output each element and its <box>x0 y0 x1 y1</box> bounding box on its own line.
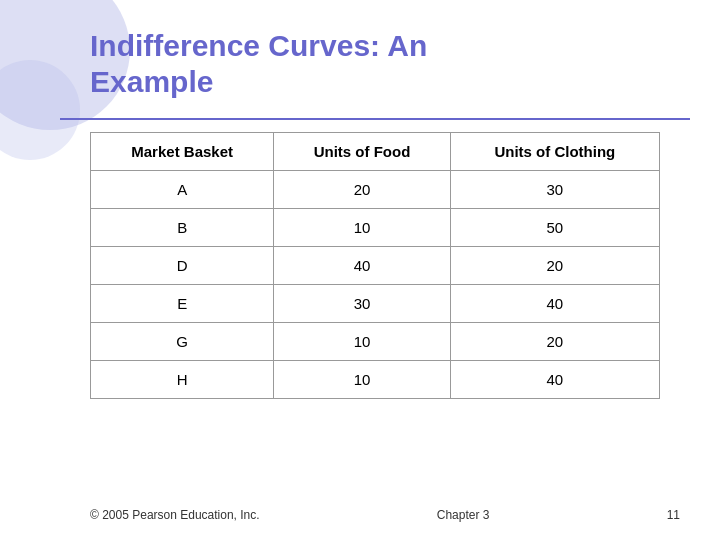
table-cell-r4-c1: 10 <box>274 323 450 361</box>
page-title: Indifference Curves: An Example <box>90 28 680 100</box>
table-cell-r5-c0: H <box>91 361 274 399</box>
table-row: E3040 <box>91 285 660 323</box>
table-row: H1040 <box>91 361 660 399</box>
table-row: B1050 <box>91 209 660 247</box>
table-cell-r5-c2: 40 <box>450 361 659 399</box>
table-cell-r0-c1: 20 <box>274 171 450 209</box>
table-cell-r1-c2: 50 <box>450 209 659 247</box>
slide: Indifference Curves: An Example Market B… <box>0 0 720 540</box>
table-row: A2030 <box>91 171 660 209</box>
footer: © 2005 Pearson Education, Inc. Chapter 3… <box>90 508 680 522</box>
table-row: G1020 <box>91 323 660 361</box>
table-cell-r2-c1: 40 <box>274 247 450 285</box>
table-cell-r4-c0: G <box>91 323 274 361</box>
col-header-market-basket: Market Basket <box>91 133 274 171</box>
table-area: Market Basket Units of Food Units of Clo… <box>90 132 660 399</box>
table-cell-r0-c0: A <box>91 171 274 209</box>
table-cell-r3-c1: 30 <box>274 285 450 323</box>
table-cell-r5-c1: 10 <box>274 361 450 399</box>
col-header-units-clothing: Units of Clothing <box>450 133 659 171</box>
table-row: D4020 <box>91 247 660 285</box>
table-cell-r2-c2: 20 <box>450 247 659 285</box>
data-table: Market Basket Units of Food Units of Clo… <box>90 132 660 399</box>
footer-copyright: © 2005 Pearson Education, Inc. <box>90 508 260 522</box>
col-header-units-food: Units of Food <box>274 133 450 171</box>
table-cell-r4-c2: 20 <box>450 323 659 361</box>
title-divider <box>60 118 690 120</box>
table-cell-r1-c0: B <box>91 209 274 247</box>
table-cell-r1-c1: 10 <box>274 209 450 247</box>
table-cell-r3-c2: 40 <box>450 285 659 323</box>
title-line2: Example <box>90 65 213 98</box>
table-cell-r0-c2: 30 <box>450 171 659 209</box>
table-cell-r3-c0: E <box>91 285 274 323</box>
title-area: Indifference Curves: An Example <box>90 28 680 100</box>
table-cell-r2-c0: D <box>91 247 274 285</box>
table-header-row: Market Basket Units of Food Units of Clo… <box>91 133 660 171</box>
footer-chapter: Chapter 3 <box>437 508 490 522</box>
title-line1: Indifference Curves: An <box>90 29 427 62</box>
footer-page: 11 <box>667 508 680 522</box>
